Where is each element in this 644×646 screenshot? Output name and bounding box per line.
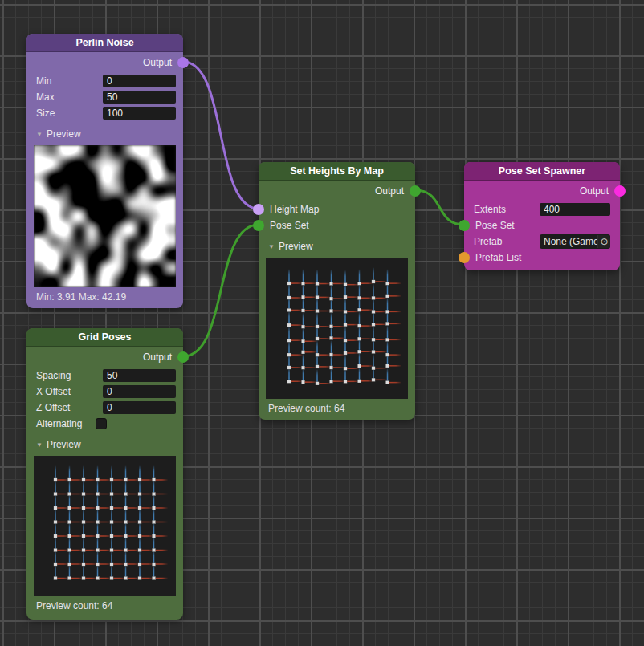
foldout-triangle-icon: ▼ [268, 243, 275, 250]
node-pose-set-spawner-titlebar[interactable]: Pose Set Spawner [464, 162, 620, 181]
preview-count: Preview count: 64 [26, 599, 183, 612]
wire[interactable] [415, 190, 464, 225]
pose-grid-preview [266, 258, 408, 399]
max-field[interactable] [103, 91, 176, 104]
wire[interactable] [183, 225, 259, 356]
node-body: Output Height Map Pose Set ▼ Preview [259, 181, 415, 420]
graph-canvas[interactable]: { "canvas": { "bg": "#2d2d2d", "grid_min… [0, 0, 644, 646]
node-title: Set Heights By Map [290, 165, 384, 177]
field-label: Min [36, 75, 103, 87]
pose-set-port[interactable] [253, 220, 264, 231]
output-port[interactable] [410, 185, 421, 197]
height-map-port[interactable] [253, 204, 264, 215]
pose-set-row: Pose Set [259, 217, 415, 234]
alternating-checkbox[interactable] [96, 418, 107, 429]
node-perlin-noise-titlebar[interactable]: Perlin Noise [26, 34, 183, 52]
node-set-heights-titlebar[interactable]: Set Heights By Map [259, 162, 415, 181]
field-label: Z Offset [36, 402, 103, 413]
node-set-heights-by-map[interactable]: Set Heights By Map Output Height Map Pos… [259, 162, 415, 420]
preview-foldout[interactable]: ▼ Preview [26, 128, 183, 140]
pose-set-row: Pose Set [464, 217, 620, 234]
output-row: Output [464, 181, 620, 201]
output-port[interactable] [177, 57, 189, 68]
spacing-row: Spacing [26, 368, 183, 384]
preview-foldout[interactable]: ▼ Preview [26, 438, 183, 451]
wire[interactable] [183, 62, 259, 209]
output-port-label: Output [375, 185, 404, 197]
preview-foldout[interactable]: ▼ Preview [259, 240, 415, 253]
field-label: Extents [474, 204, 540, 215]
prefab-list-port[interactable] [459, 252, 470, 263]
z-offset-row: Z Offset [26, 400, 183, 416]
pose-set-port[interactable] [459, 220, 470, 231]
perlin-noise-preview [34, 145, 176, 287]
input-port-label: Pose Set [270, 220, 309, 231]
output-port[interactable] [614, 185, 626, 197]
size-row: Size [26, 105, 183, 121]
node-pose-set-spawner[interactable]: Pose Set Spawner Output Extents Pose Set… [464, 162, 620, 270]
spacing-field[interactable] [103, 369, 176, 382]
node-body: Output Spacing X Offset Z Offset Alterna… [26, 347, 183, 620]
foldout-label: Preview [47, 128, 173, 140]
foldout-label: Preview [47, 439, 173, 450]
input-port-label: Prefab List [475, 252, 521, 263]
z-offset-field[interactable] [103, 401, 176, 414]
x-offset-field[interactable] [103, 385, 176, 398]
output-port[interactable] [177, 351, 189, 363]
prefab-object-value: None (GameObject) [540, 236, 597, 247]
output-row: Output [26, 52, 183, 73]
input-port-label: Pose Set [475, 220, 515, 231]
field-label: Max [36, 91, 103, 103]
node-grid-poses-titlebar[interactable]: Grid Poses [26, 328, 183, 347]
output-port-label: Output [580, 185, 609, 197]
extents-row: Extents [464, 201, 620, 217]
field-label: Alternating [36, 418, 96, 429]
min-field[interactable] [103, 75, 176, 87]
field-label: X Offset [36, 386, 103, 397]
input-port-label: Height Map [270, 204, 319, 215]
field-label: Size [36, 108, 103, 119]
node-body: Output Extents Pose Set Prefab None (Gam… [464, 181, 620, 270]
prefab-list-row: Prefab List [464, 250, 620, 266]
field-label: Spacing [36, 370, 103, 381]
size-field[interactable] [103, 107, 176, 120]
foldout-triangle-icon: ▼ [36, 441, 43, 449]
output-row: Output [26, 347, 183, 368]
height-map-row: Height Map [259, 201, 415, 217]
foldout-label: Preview [279, 241, 406, 252]
node-perlin-noise[interactable]: Perlin Noise Output Min Max Size ▼ Previ… [26, 34, 183, 308]
prefab-object-field[interactable]: None (GameObject) ⊙ [540, 234, 610, 249]
node-title: Grid Poses [79, 331, 132, 343]
field-label: Prefab [474, 236, 540, 247]
max-row: Max [26, 89, 183, 105]
alternating-row: Alternating [26, 416, 183, 432]
node-body: Output Min Max Size ▼ Preview Min: 3.91 … [26, 52, 183, 308]
output-port-label: Output [143, 57, 172, 68]
node-grid-poses[interactable]: Grid Poses Output Spacing X Offset Z Off… [26, 328, 183, 620]
output-port-label: Output [143, 351, 172, 363]
pose-grid-preview [34, 456, 176, 596]
object-picker-icon[interactable]: ⊙ [597, 235, 610, 248]
min-row: Min [26, 73, 183, 89]
noise-min-max-stats: Min: 3.91 Max: 42.19 [26, 290, 183, 303]
extents-field[interactable] [540, 203, 610, 216]
node-title: Perlin Noise [75, 37, 133, 48]
foldout-triangle-icon: ▼ [36, 131, 43, 138]
node-title: Pose Set Spawner [499, 165, 585, 177]
output-row: Output [259, 181, 415, 201]
x-offset-row: X Offset [26, 384, 183, 400]
preview-count: Preview count: 64 [259, 402, 415, 415]
prefab-row: Prefab None (GameObject) ⊙ [464, 234, 620, 250]
